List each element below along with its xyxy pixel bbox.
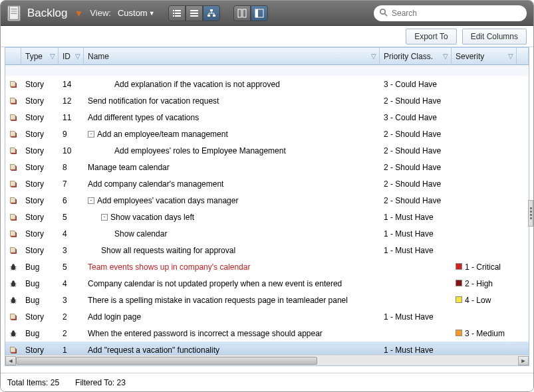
search-box[interactable] (374, 5, 527, 21)
cell-name-text: Add explanation if the vacation is not a… (114, 80, 280, 89)
cell-name-text: When the entered password is incorrect a… (88, 329, 323, 338)
split-view-button[interactable] (233, 5, 251, 21)
svg-point-39 (12, 297, 15, 300)
cell-id: 7 (59, 179, 84, 189)
status-bar: Total Items: 25 Filtered To: 23 (1, 373, 533, 391)
cell-id: 2 (59, 312, 84, 322)
cell-name: Add "request a vacation" functionality (84, 345, 380, 355)
scroll-thumb[interactable] (16, 357, 317, 365)
grid-body[interactable]: Story14Add explanation if the vacation i… (5, 65, 529, 355)
layout-button-group-2 (233, 5, 268, 21)
svg-rect-0 (9, 6, 19, 19)
single-view-button[interactable] (251, 5, 268, 21)
filtered-items-value: 23 (117, 378, 126, 387)
col-priority[interactable]: Priority Class.▽ (380, 48, 452, 64)
scroll-left-arrow[interactable]: ◄ (5, 356, 16, 365)
view-label: View: (90, 8, 111, 18)
expand-toggle[interactable]: - (101, 214, 108, 221)
filter-icon[interactable]: ▽ (75, 52, 80, 60)
cell-name-text: Show calendar (114, 229, 167, 239)
export-button[interactable]: Export To (406, 29, 456, 45)
list-view-button[interactable] (168, 5, 186, 21)
horizontal-scrollbar[interactable]: ◄ ► (5, 355, 529, 365)
table-row[interactable]: Bug2When the entered password is incorre… (5, 325, 529, 342)
filter-icon[interactable]: ▽ (443, 52, 448, 60)
svg-point-23 (12, 264, 15, 266)
compact-view-button[interactable] (186, 5, 203, 21)
table-row[interactable]: Story1Add "request a vacation" functiona… (5, 342, 529, 355)
cell-name-text: Add different types of vacations (88, 113, 199, 122)
cell-name-text: Add an employee/team management (97, 130, 228, 139)
cell-id: 5 (59, 213, 84, 222)
grid-toolbar: Export To Edit Columns (1, 26, 533, 47)
col-name[interactable]: Name▽ (84, 48, 380, 64)
cell-type: Story (21, 229, 59, 239)
cell-priority: 3 - Could Have (380, 113, 452, 122)
view-dropdown[interactable]: Custom ▼ (118, 8, 155, 18)
table-row[interactable]: Story12Send notification for vacation re… (5, 92, 529, 109)
cell-id: 4 (59, 229, 84, 239)
cell-severity: 2 - High (452, 279, 517, 288)
col-icon[interactable] (5, 48, 21, 64)
cell-type: Story (21, 113, 59, 122)
col-severity[interactable]: Severity▽ (452, 48, 517, 64)
table-row[interactable]: Story6-Add employees' vacation days mana… (5, 192, 529, 209)
table-row[interactable]: Story3Show all requests waiting for appr… (5, 242, 529, 258)
col-id[interactable]: ID▽ (59, 48, 84, 64)
svg-rect-5 (175, 10, 181, 11)
cell-severity: 3 - Medium (452, 329, 517, 338)
cell-name-text: Add company calendar's management (88, 179, 223, 189)
cell-type: Story (21, 163, 59, 172)
scroll-right-arrow[interactable]: ► (518, 356, 529, 365)
filter-icon[interactable]: ▽ (508, 52, 513, 60)
svg-line-29 (15, 269, 16, 270)
edit-columns-button[interactable]: Edit Columns (462, 29, 527, 45)
filter-funnel-icon[interactable]: ▼ (74, 8, 83, 19)
table-row[interactable]: Bug4Company calendar is not updated prop… (5, 275, 529, 292)
side-panel-handle[interactable] (528, 200, 533, 227)
table-row[interactable]: Story11Add different types of vacations3… (5, 109, 529, 126)
table-row[interactable]: Story7Add company calendar's management2… (5, 175, 529, 192)
cell-id: 8 (59, 163, 84, 172)
expand-toggle[interactable]: - (88, 131, 94, 138)
filter-icon[interactable]: ▽ (50, 52, 55, 60)
svg-rect-12 (190, 15, 198, 17)
cell-priority: 1 - Must Have (380, 213, 452, 222)
svg-point-47 (12, 330, 15, 333)
cell-type: Story (21, 312, 59, 322)
cell-priority: 2 - Should Have (380, 130, 452, 139)
col-type[interactable]: Type▽ (21, 48, 59, 64)
bug-icon (5, 262, 21, 272)
table-row[interactable]: Story10Add employees' roles to Employee … (5, 142, 529, 159)
col-extra[interactable] (517, 48, 529, 64)
table-row[interactable]: Story8Manage team calendar2 - Should Hav… (5, 159, 529, 175)
cell-name: Show all requests waiting for approval (84, 246, 380, 255)
table-row[interactable]: Bug3There is a spelling mistake in vacat… (5, 292, 529, 308)
cell-priority: 1 - Must Have (380, 312, 452, 322)
cell-name-text: Add "request a vacation" functionality (88, 345, 219, 355)
svg-line-37 (15, 286, 16, 287)
table-row-partial (5, 65, 529, 76)
cell-type: Story (21, 345, 59, 355)
table-row[interactable]: Story4Show calendar1 - Must Have (5, 225, 529, 242)
tree-view-button[interactable] (203, 5, 220, 21)
table-row[interactable]: Story9-Add an employee/team management2 … (5, 126, 529, 142)
cell-type: Bug (21, 279, 59, 288)
cell-name-text: Send notification for vacation request (88, 96, 219, 106)
search-input[interactable] (392, 9, 521, 18)
svg-line-28 (11, 269, 12, 270)
svg-rect-4 (173, 10, 174, 11)
table-row[interactable]: Story14Add explanation if the vacation i… (5, 76, 529, 92)
table-row[interactable]: Bug5Team events shows up in company's ca… (5, 258, 529, 275)
col-name-label: Name (88, 52, 109, 61)
cell-id: 3 (59, 296, 84, 305)
cell-id: 3 (59, 246, 84, 255)
filter-icon[interactable]: ▽ (371, 52, 376, 60)
table-row[interactable]: Story2Add login page1 - Must Have (5, 308, 529, 325)
cell-name-text: Team events shows up in company's calend… (88, 262, 250, 272)
col-type-label: Type (25, 52, 43, 61)
expand-toggle[interactable]: - (88, 197, 94, 204)
cell-type: Story (21, 146, 59, 155)
table-row[interactable]: Story5-Show vacation days left1 - Must H… (5, 209, 529, 225)
scroll-track[interactable] (16, 356, 518, 365)
